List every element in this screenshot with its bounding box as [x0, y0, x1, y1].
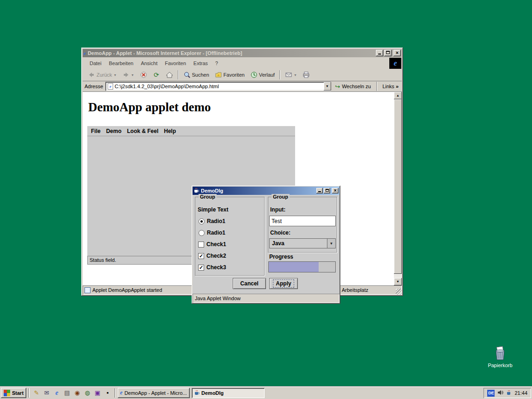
stop-icon [140, 71, 147, 79]
home-icon [166, 71, 173, 79]
dialog-maximize-button[interactable] [324, 188, 330, 193]
vertical-scrollbar[interactable]: ▲ ▼ [394, 92, 402, 285]
system-tray: DE 21:44 [484, 388, 531, 398]
back-icon [88, 71, 95, 79]
forward-dropdown-icon[interactable]: ▼ [131, 73, 134, 77]
right-group-label: Group [272, 194, 290, 200]
simple-text-label: Simple Text [198, 206, 228, 213]
applet-menu-lookfeel[interactable]: Look & Feel [124, 128, 161, 134]
maximize-button[interactable] [384, 50, 392, 56]
applet-menu-demo[interactable]: Demo [103, 128, 124, 134]
menu-hilfe[interactable]: ? [212, 60, 221, 67]
recycle-bin[interactable]: Papierkorb [486, 345, 514, 368]
toolbar-separator [279, 70, 280, 79]
language-indicator[interactable]: DE [487, 390, 495, 397]
dialog-minimize-button[interactable] [316, 188, 323, 193]
dialog-close-button[interactable]: × [332, 188, 339, 193]
close-button[interactable]: × [393, 50, 401, 56]
quicklaunch-mail-icon[interactable]: ✉ [42, 389, 51, 397]
menu-ansicht[interactable]: Ansicht [138, 60, 161, 67]
mail-button[interactable]: ▼ [283, 69, 299, 80]
taskbar-task-demodlg[interactable]: DemoDlg [192, 388, 265, 398]
ie-titlebar[interactable]: e DemoApp - Applet - Microsoft Internet … [83, 49, 402, 57]
input-field[interactable] [269, 216, 336, 226]
choice-label: Choice: [270, 230, 290, 236]
page-title: DemoApp applet demo [88, 100, 211, 115]
quicklaunch-console-icon[interactable]: ▪ [103, 389, 112, 397]
back-dropdown-icon[interactable]: ▼ [114, 73, 117, 77]
print-icon [302, 71, 310, 79]
demodlg-title: DemoDlg [201, 188, 316, 193]
scroll-down-button[interactable]: ▼ [394, 278, 402, 285]
home-button[interactable] [163, 69, 175, 80]
quicklaunch-app-icon[interactable]: ▣ [93, 389, 102, 397]
cancel-button[interactable]: Cancel [233, 278, 266, 289]
scrollbar-thumb[interactable] [394, 99, 402, 274]
check-option-1[interactable]: ✓ Check1 [198, 241, 226, 248]
history-icon [250, 71, 258, 79]
quicklaunch-eye-icon[interactable]: ◉ [73, 389, 81, 397]
stop-button[interactable] [138, 69, 150, 80]
checkbox-icon[interactable]: ✓ [198, 242, 204, 248]
menu-extras[interactable]: Extras [190, 60, 211, 67]
addressbar-separator [376, 82, 377, 91]
choice-combobox[interactable]: Java ▼ [269, 238, 336, 248]
radio-icon[interactable] [199, 230, 205, 236]
check-option-2[interactable]: ✓ Check2 [198, 252, 226, 260]
history-label: Verlauf [259, 72, 275, 78]
scroll-up-button[interactable]: ▲ [394, 92, 402, 99]
radio-option-2[interactable]: Radio1 [199, 229, 225, 236]
recycle-bin-icon [492, 350, 508, 356]
ie-menubar: Datei Bearbeiten Ansicht Favoriten Extra… [83, 58, 402, 69]
back-button[interactable]: Zurück ▼ [85, 69, 119, 80]
minimize-button[interactable] [376, 50, 383, 56]
address-input[interactable] [115, 83, 323, 90]
ie-title-icon: e [84, 50, 86, 56]
ie-logo-icon: e [389, 58, 401, 69]
taskbar-task-demoapp[interactable]: e DemoApp - Applet - Micro... [118, 388, 190, 398]
resize-grip[interactable] [396, 289, 402, 295]
taskbar-clock[interactable]: 21:44 [514, 390, 527, 396]
menu-bearbeiten[interactable]: Bearbeiten [106, 60, 137, 67]
applet-menu-file[interactable]: File [88, 128, 103, 134]
apply-button[interactable]: Apply [269, 278, 298, 289]
links-button[interactable]: Links » [381, 84, 400, 89]
check-option-3[interactable]: ✓ Check3 [198, 264, 226, 271]
combo-dropdown-icon[interactable]: ▼ [327, 239, 335, 248]
favorites-button[interactable]: Favoriten [212, 69, 247, 80]
forward-icon [122, 71, 130, 79]
links-chevron-icon: » [396, 84, 399, 89]
radio-icon[interactable] [199, 218, 205, 224]
address-dropdown-button[interactable]: ▼ [324, 82, 331, 91]
print-button[interactable] [300, 69, 312, 80]
start-button[interactable]: Start [1, 388, 26, 398]
address-field[interactable]: e ▼ [105, 82, 331, 91]
start-label: Start [12, 390, 24, 396]
mail-dropdown-icon[interactable]: ▼ [294, 73, 297, 77]
go-button[interactable]: ↪ Wechseln zu [333, 83, 373, 90]
favorites-label: Favoriten [224, 72, 245, 78]
refresh-button[interactable]: ⟳ [151, 69, 163, 80]
volume-icon[interactable] [497, 390, 503, 396]
left-group-box: Group Simple Text Radio1 Radio1 ✓ Check1… [195, 197, 265, 276]
quicklaunch-ie-icon[interactable]: e [53, 389, 61, 397]
forward-button[interactable]: ▼ [120, 69, 137, 80]
radio-option-1[interactable]: Radio1 [199, 218, 225, 225]
status-text: Applet DemoAppApplet started [92, 287, 162, 293]
page-icon: e [108, 83, 113, 90]
desktop: { "desktop": { "recycle_bin_label": "Pap… [0, 0, 532, 399]
menu-datei[interactable]: Datei [86, 60, 105, 67]
quicklaunch-globe-icon[interactable]: ◍ [83, 389, 91, 397]
menu-favoriten[interactable]: Favoriten [162, 60, 189, 67]
java-tray-icon[interactable] [506, 390, 512, 396]
links-label: Links [382, 84, 394, 89]
windows-logo-icon [4, 390, 10, 396]
checkbox-icon[interactable]: ✓ [198, 253, 204, 259]
scrollbar-track[interactable] [394, 99, 402, 278]
history-button[interactable]: Verlauf [248, 69, 277, 80]
applet-menu-help[interactable]: Help [161, 128, 179, 134]
search-button[interactable]: Suchen [181, 69, 212, 80]
checkbox-icon[interactable]: ✓ [198, 265, 204, 271]
quicklaunch-edit-icon[interactable]: ✎ [32, 389, 41, 397]
quicklaunch-document-icon[interactable]: ▤ [63, 389, 71, 397]
